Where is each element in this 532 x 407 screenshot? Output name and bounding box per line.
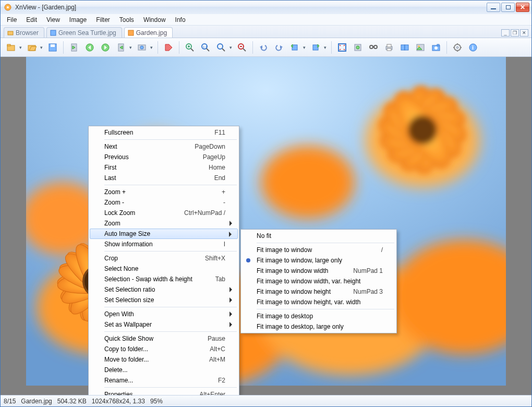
menubar: File Edit View Image Filter Tools Window… <box>1 14 531 26</box>
menu-file[interactable]: File <box>3 15 21 25</box>
menu-filter[interactable]: Filter <box>92 15 114 25</box>
toolbar-next-page-button[interactable] <box>114 40 128 55</box>
ctx-quick-slideshow[interactable]: Quick Slide ShowPause <box>90 333 238 344</box>
ctx-crop[interactable]: CropShift+X <box>90 253 238 264</box>
ctx-next[interactable]: NextPageDown <box>90 141 238 152</box>
ctx-first[interactable]: FirstHome <box>90 162 238 173</box>
tab-turtle[interactable]: Green Sea Turtle.jpg <box>46 27 122 38</box>
sub-fit-desktop[interactable]: Fit image to desktop <box>242 311 395 321</box>
toolbar-fullscreen-button[interactable] <box>335 40 349 55</box>
mdi-minimize-button[interactable]: _ <box>501 29 510 37</box>
tab-browser[interactable]: Browser <box>4 27 44 38</box>
maximize-button[interactable] <box>501 3 515 12</box>
menu-edit[interactable]: Edit <box>22 15 41 25</box>
toolbar-rotate-left-button[interactable] <box>287 40 302 55</box>
toolbar-capture-button[interactable] <box>429 40 443 55</box>
chevron-right-icon <box>229 221 235 226</box>
svg-text:i: i <box>472 44 474 51</box>
sub-fit-window-width-var-height[interactable]: Fit image to window width, var. height <box>242 276 395 286</box>
svg-text:1:1: 1:1 <box>203 45 208 49</box>
toolbar-prev-page-button[interactable] <box>67 40 81 55</box>
svg-rect-38 <box>387 49 391 51</box>
ctx-copy-to-folder[interactable]: Copy to folder...Alt+C <box>90 344 238 354</box>
ctx-set-as-wallpaper[interactable]: Set as Wallpaper <box>90 319 238 330</box>
toolbar-next-file-button[interactable] <box>98 40 113 55</box>
toolbar-undo-button[interactable] <box>256 40 271 55</box>
toolbar-save-button[interactable] <box>45 40 60 55</box>
ctx-selection-swap[interactable]: Selection - Swap width & heightTab <box>90 274 238 284</box>
ctx-auto-image-size[interactable]: Auto Image Size <box>90 229 238 239</box>
ctx-open-with[interactable]: Open With <box>90 309 238 319</box>
ctx-show-information[interactable]: Show informationI <box>90 239 238 249</box>
ctx-set-selection-size[interactable]: Set Selection size <box>90 295 238 305</box>
dropdown-icon[interactable]: ▾ <box>19 45 23 50</box>
dropdown-icon[interactable]: ▾ <box>129 45 134 50</box>
minimize-button[interactable] <box>487 3 500 12</box>
toolbar-zoom-1to1-button[interactable]: 1:1 <box>198 40 213 55</box>
toolbar-compare-button[interactable] <box>397 40 412 55</box>
toolbar-search-button[interactable] <box>366 40 381 55</box>
svg-rect-6 <box>7 44 10 46</box>
dropdown-icon[interactable]: ▾ <box>324 45 328 50</box>
tab-label: Garden.jpg <box>136 29 167 37</box>
toolbar-slideshow-button[interactable] <box>135 40 149 55</box>
ctx-select-none[interactable]: Select None <box>90 264 238 274</box>
ctx-properties[interactable]: PropertiesAlt+Enter <box>90 389 238 395</box>
toolbar-print-button[interactable] <box>382 40 396 55</box>
toolbar-browser-button[interactable] <box>4 40 18 55</box>
menu-view[interactable]: View <box>42 15 64 25</box>
toolbar-prev-file-button[interactable] <box>82 40 97 55</box>
sub-no-fit[interactable]: No fit <box>242 231 395 241</box>
toolbar-zoom-button[interactable] <box>214 40 228 55</box>
sub-fit-window-height-var-width[interactable]: Fit image to window height, var. width <box>242 297 395 307</box>
toolbar-redo-button[interactable] <box>272 40 286 55</box>
ctx-fullscreen[interactable]: FullscreenF11 <box>90 127 238 138</box>
image-canvas[interactable]: FullscreenF11 NextPageDown PreviousPageU… <box>1 57 531 395</box>
ctx-previous[interactable]: PreviousPageUp <box>90 152 238 162</box>
menu-window[interactable]: Window <box>139 15 170 25</box>
dropdown-icon[interactable]: ▾ <box>229 45 234 50</box>
svg-rect-39 <box>401 45 405 50</box>
ctx-zoom-in[interactable]: Zoom ++ <box>90 187 238 197</box>
sub-fit-window-height[interactable]: Fit image to window heightNumPad 3 <box>242 286 395 297</box>
toolbar-acquire-button[interactable] <box>350 40 365 55</box>
svg-point-47 <box>456 46 458 49</box>
ctx-delete[interactable]: Delete... <box>90 365 238 375</box>
dropdown-icon[interactable]: ▾ <box>303 45 307 50</box>
toolbar-zoom-in-button[interactable] <box>183 40 197 55</box>
menu-image[interactable]: Image <box>65 15 91 25</box>
toolbar-zoom-out-button[interactable] <box>235 40 249 55</box>
toolbar-tag-button[interactable] <box>161 40 176 55</box>
toolbar-picture-button[interactable] <box>413 40 428 55</box>
svg-rect-2 <box>8 31 13 35</box>
ctx-last[interactable]: LastEnd <box>90 173 238 183</box>
status-filename: Garden.jpg <box>21 398 52 405</box>
svg-point-33 <box>370 45 373 49</box>
dropdown-icon[interactable]: ▾ <box>150 45 154 50</box>
sub-fit-desktop-large-only[interactable]: Fit image to desktop, large only <box>242 321 395 332</box>
status-index: 8/15 <box>4 398 16 405</box>
ctx-zoom-out[interactable]: Zoom -- <box>90 197 238 208</box>
ctx-set-selection-ratio[interactable]: Set Selection ratio <box>90 284 238 295</box>
menu-info[interactable]: Info <box>171 15 190 25</box>
ctx-lock-zoom[interactable]: Lock ZoomCtrl+NumPad / <box>90 208 238 218</box>
ctx-rename[interactable]: Rename...F2 <box>90 375 238 386</box>
tab-garden[interactable]: Garden.jpg <box>124 27 173 38</box>
toolbar-rotate-right-button[interactable] <box>308 40 323 55</box>
toolbar-info-button[interactable]: i <box>466 40 480 55</box>
close-button[interactable]: ✕ <box>516 3 529 12</box>
sub-fit-window-large-only[interactable]: Fit image to window, large only <box>242 255 395 266</box>
sub-fit-window-width[interactable]: Fit image to window widthNumPad 1 <box>242 266 395 276</box>
folder-icon <box>7 30 14 36</box>
toolbar-open-button[interactable] <box>25 40 39 55</box>
toolbar-settings-button[interactable] <box>450 40 465 55</box>
mdi-restore-button[interactable]: ❐ <box>511 29 519 37</box>
svg-rect-3 <box>51 30 56 35</box>
dropdown-icon[interactable]: ▾ <box>40 45 44 50</box>
sub-fit-window[interactable]: Fit image to window/ <box>242 245 395 255</box>
ctx-zoom[interactable]: Zoom <box>90 218 238 229</box>
mdi-close-button[interactable]: ✕ <box>520 29 528 37</box>
app-window: XnView - [Garden.jpg] ✕ File Edit View I… <box>0 0 532 407</box>
ctx-move-to-folder[interactable]: Move to folder...Alt+M <box>90 354 238 365</box>
menu-tools[interactable]: Tools <box>115 15 138 25</box>
